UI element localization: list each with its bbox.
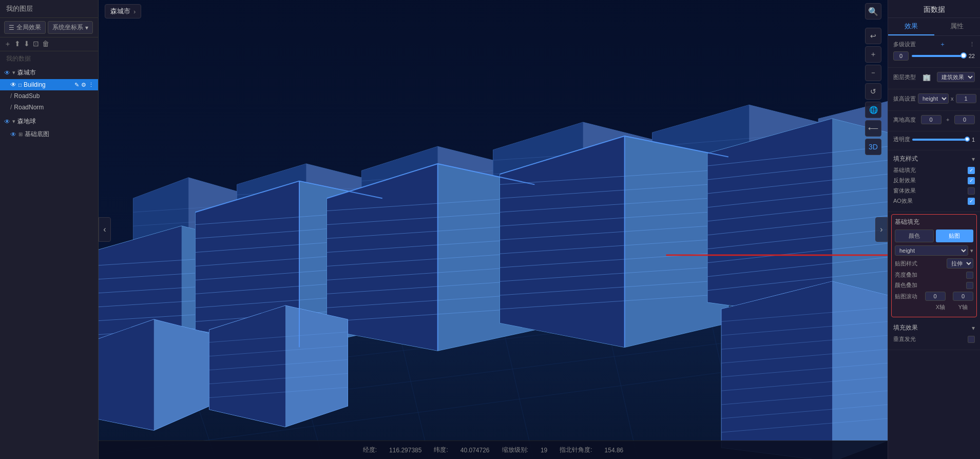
sidebar-item-roadnorm[interactable]: / RoadNorm: [0, 102, 98, 113]
sidebar-title: 我的图层: [0, 0, 98, 18]
zoom-in-button[interactable]: ＋: [865, 46, 881, 63]
panel-tabs: 效果 属性: [888, 18, 980, 36]
longitude-label: 经度:: [363, 446, 377, 454]
add-layer-icon[interactable]: ＋: [4, 40, 11, 49]
brightness-check[interactable]: [966, 272, 973, 279]
eye-icon-building[interactable]: 👁: [10, 81, 16, 88]
map-status-bar: 经度: 116.297385 纬度: 40.074726 缩放级别: 19 指北…: [99, 441, 888, 459]
collapse-icon[interactable]: ▾: [972, 156, 975, 163]
texture-style-select[interactable]: 拉伸: [947, 258, 973, 269]
elevation-field-select[interactable]: height: [918, 93, 949, 104]
building-type-icon: 🏢: [923, 73, 931, 81]
fill-effect-title: 填充效果: [893, 323, 918, 332]
tab-effect[interactable]: 效果: [888, 18, 934, 35]
sidebar-item-forestcity[interactable]: 👁 ▾ 森城市: [0, 66, 98, 79]
fill-label-1: 反射效果: [893, 177, 916, 184]
level-slider[interactable]: [912, 55, 966, 57]
texture-tab-btn[interactable]: 贴图: [936, 230, 974, 242]
texture-style-row: 贴图样式 拉伸: [895, 258, 973, 269]
map-controls: ↩ ＋ － ↺ 🌐 ⟵ 3D: [865, 28, 881, 155]
color-tab-btn[interactable]: 颜色: [895, 230, 934, 242]
base-height-input2[interactable]: [954, 115, 975, 124]
fill-label-0: 基础填充: [893, 166, 916, 174]
map-canvas[interactable]: [99, 0, 888, 459]
global-effect-button[interactable]: ☰ 全局效果: [4, 21, 46, 34]
3d-button[interactable]: 3D: [865, 139, 881, 155]
texture-scroll-row: 贴图滚动: [895, 292, 973, 301]
longitude-value: 116.297385: [389, 447, 421, 454]
level-min-input[interactable]: [893, 51, 909, 61]
texture-scroll-label: 贴图滚动: [895, 293, 917, 300]
panel-title: 面数据: [888, 0, 980, 18]
color-overlay-check[interactable]: [966, 282, 973, 289]
sidebar-item-forestglobe[interactable]: 👁 ▾ 森地球: [0, 115, 98, 128]
map-nav-prev[interactable]: ‹: [99, 217, 111, 242]
scroll-x-input[interactable]: [925, 292, 946, 301]
sidebar-item-roadsub[interactable]: / RoadSub: [0, 90, 98, 102]
buildings-visualization: [99, 0, 888, 459]
fill-item-window: 窗体效果: [893, 187, 975, 195]
base-fill-section: 基础填充 颜色 贴图 height ▾ 贴图样式 拉伸 亮度叠加 颜: [891, 214, 977, 317]
scroll-y-input[interactable]: [953, 292, 973, 301]
svg-marker-127: [832, 281, 888, 459]
latitude-label: 纬度:: [434, 446, 448, 454]
layer-type-select[interactable]: 建筑效果: [937, 72, 975, 82]
sidebar-item-building[interactable]: 👁 □ Building ✎ ⚙ ⋮: [0, 79, 98, 90]
tab-attribute[interactable]: 属性: [934, 18, 981, 35]
fill-check-1[interactable]: ✓: [968, 177, 975, 184]
fill-check-0[interactable]: ✓: [968, 167, 975, 174]
base-height-input1[interactable]: [921, 115, 941, 124]
dropdown-icon: ▾: [970, 247, 973, 254]
globe-icon[interactable]: 🌐: [865, 102, 881, 118]
delete-icon[interactable]: 🗑: [42, 40, 49, 49]
add-level-icon[interactable]: ＋: [939, 40, 946, 49]
more-icon[interactable]: ⋮: [88, 82, 94, 88]
base-fill-title: 基础填充: [895, 218, 919, 226]
fill-effect-section: 填充效果 ▾ 垂直发光: [888, 319, 980, 350]
settings-icon[interactable]: ⚙: [81, 82, 86, 88]
vertical-glow-check[interactable]: [968, 336, 975, 343]
duplicate-icon[interactable]: ⊡: [33, 40, 39, 49]
y-axis-label: Y轴: [953, 303, 973, 311]
map-breadcrumb: 森城市 ›: [105, 4, 141, 18]
main-map-area: 森城市 › 🔍 ↩ ＋ － ↺ 🌐 ⟵ 3D ‹ › 经度: 116.29738…: [99, 0, 888, 459]
eye-icon[interactable]: 👁: [4, 69, 10, 76]
fill-effect-collapse-icon[interactable]: ▾: [972, 324, 975, 332]
svg-marker-126: [721, 281, 832, 459]
layer-name-basemap: 基础底图: [25, 130, 49, 139]
sidebar-item-basemap[interactable]: 👁 ⊞ 基础底图: [0, 128, 98, 141]
edit-icon[interactable]: ✎: [74, 82, 79, 88]
move-up-icon[interactable]: ⬆: [14, 40, 21, 49]
map-nav-next[interactable]: ›: [875, 217, 888, 242]
map-search-button[interactable]: 🔍: [865, 3, 881, 20]
zoom-label: 缩放级别:: [502, 446, 528, 454]
fill-style-section: 填充样式 ▾ 基础填充 ✓ 反射效果 ✓ 窗体效果 AO效果 ✓: [888, 150, 980, 212]
height-field-select[interactable]: height: [895, 245, 968, 256]
arrow-icon[interactable]: ⟵: [865, 120, 881, 137]
breadcrumb-arrow: ›: [133, 8, 136, 15]
move-down-icon[interactable]: ⬇: [24, 40, 30, 49]
base-height-section: 离地高度 +: [888, 111, 980, 131]
expand-icon[interactable]: ⋮: [969, 41, 975, 48]
reset-north-button[interactable]: ↺: [865, 83, 881, 100]
fill-check-2[interactable]: [968, 187, 975, 195]
x-axis-label: X轴: [930, 303, 951, 311]
zoom-out-button[interactable]: －: [865, 65, 881, 81]
color-overlay-row: 颜色叠加: [895, 281, 973, 289]
fill-check-3[interactable]: ✓: [968, 198, 975, 205]
map-header: 森城市 › 🔍: [99, 0, 888, 23]
system-coord-button[interactable]: 系统坐标系 ▾: [48, 21, 93, 34]
fill-item-ao: AO效果 ✓: [893, 197, 975, 205]
fill-item-reflect: 反射效果 ✓: [893, 177, 975, 184]
svg-marker-119: [285, 305, 348, 427]
back-icon[interactable]: ↩: [865, 28, 881, 44]
eye-icon-basemap[interactable]: 👁: [10, 131, 16, 138]
layer-name-roadnorm: RoadNorm: [14, 104, 44, 111]
opacity-slider[interactable]: [912, 139, 970, 141]
elevation-multiplier-input[interactable]: [956, 94, 976, 103]
slash-icon: /: [10, 92, 12, 100]
right-panel: 面数据 效果 属性 多级设置 ＋ ⋮ 22 图层类型 🏢 建筑效果: [888, 0, 980, 459]
breadcrumb-label: 森城市: [110, 7, 130, 16]
layer-name-roadsub: RoadSub: [14, 92, 40, 100]
eye-icon-globe[interactable]: 👁: [4, 118, 10, 125]
